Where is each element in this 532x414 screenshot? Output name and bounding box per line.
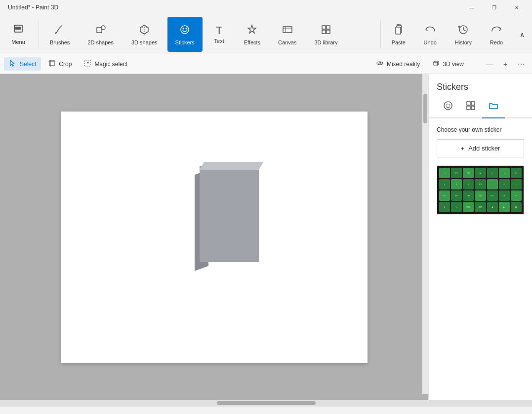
redo-button[interactable]: Redo [482, 17, 511, 52]
add-sticker-plus-icon: + [461, 145, 465, 152]
sticker-item[interactable]: ◁ F1 F10 ▶ ▷ ▸ ⊳ 4 5 6 SFT ↑ ↗ → [437, 165, 524, 215]
svg-marker-24 [434, 62, 438, 65]
select-subtool[interactable]: Select [4, 57, 41, 71]
canvas-icon [282, 24, 293, 38]
magic-select-label: Magic select [94, 61, 127, 68]
key-cell: ✦ [511, 190, 522, 201]
shape-front-face [200, 166, 259, 262]
svg-rect-12 [327, 26, 330, 29]
zoom-out-button[interactable]: — [483, 57, 496, 71]
sticker-section-label: Choose your own sticker [437, 126, 524, 133]
mixed-reality-subtool[interactable]: Mixed reality [371, 57, 425, 71]
stickers-button[interactable]: Stickers [167, 17, 203, 52]
3dview-subtool[interactable]: 3D view [427, 57, 469, 71]
statusbar [0, 406, 532, 414]
svg-point-28 [449, 104, 450, 105]
brushes-button[interactable]: Brushes [42, 17, 78, 52]
crop-subtool[interactable]: Crop [43, 57, 77, 71]
3dlibrary-icon [320, 24, 332, 38]
magic-select-icon [83, 59, 91, 69]
brushes-label: Brushes [50, 39, 70, 45]
paste-label: Paste [392, 39, 406, 45]
key-cell: SFT [475, 179, 486, 189]
sticker-keyboard-image: ◁ F1 F10 ▶ ▷ ▸ ⊳ 4 5 6 SFT ↑ ↗ → [437, 166, 524, 214]
redo-icon [491, 24, 502, 38]
text-button[interactable]: T Text [205, 17, 234, 52]
stickers-label: Stickers [175, 39, 195, 45]
emoji-icon [443, 100, 453, 111]
app-title: Untitled* - Paint 3D [8, 4, 58, 11]
mixed-reality-label: Mixed reality [387, 61, 420, 68]
magic-select-subtool[interactable]: Magic select [79, 57, 132, 71]
effects-button[interactable]: Effects [236, 17, 268, 52]
collapse-button[interactable]: ∧ [513, 17, 531, 52]
history-icon [457, 24, 469, 38]
panel-title: Stickers [429, 74, 532, 96]
zoom-in-button[interactable]: + [498, 57, 512, 71]
maximize-button[interactable]: ❐ [483, 0, 505, 15]
svg-rect-30 [471, 102, 475, 105]
vertical-scroll-thumb [423, 94, 427, 123]
brushes-icon [54, 24, 66, 38]
3dshapes-label: 3D shapes [131, 39, 158, 45]
select-icon [9, 59, 17, 69]
svg-point-6 [186, 28, 187, 29]
key-cell: F1 [451, 168, 462, 178]
titlebar: Untitled* - Paint 3D — ❐ ✕ [0, 0, 532, 15]
folder-icon [488, 100, 499, 111]
key-cell: ▸ [499, 168, 510, 178]
key-cell: CTL [463, 202, 474, 212]
key-cell: INF [451, 190, 462, 201]
main-toolbar: Menu Brushes 2D shapes [0, 15, 532, 54]
sticker-gallery: ◁ F1 F10 ▶ ▷ ▸ ⊳ 4 5 6 SFT ↑ ↗ → [437, 165, 524, 215]
2dshapes-button[interactable]: 2D shapes [80, 17, 122, 52]
toolbar-sep-2 [380, 21, 381, 48]
svg-point-4 [181, 26, 189, 34]
text-icon: T [216, 25, 222, 36]
text-label: Text [214, 38, 224, 44]
svg-point-23 [379, 62, 381, 64]
paste-icon [393, 24, 405, 38]
key-cell: NXT [439, 190, 450, 201]
svg-rect-32 [471, 106, 475, 110]
crop-icon [48, 59, 56, 69]
svg-point-27 [446, 104, 447, 105]
menu-label: Menu [11, 39, 25, 45]
svg-rect-16 [396, 27, 401, 34]
add-sticker-label: Add sticker [468, 145, 500, 152]
key-cell: 5 [451, 179, 462, 189]
key-cell: 4 [439, 179, 450, 189]
tab-emoji[interactable] [437, 96, 459, 118]
undo-label: Undo [424, 39, 437, 45]
3dlibrary-button[interactable]: 3D library [306, 17, 345, 52]
tab-grid[interactable] [459, 96, 482, 118]
close-button[interactable]: ✕ [505, 0, 528, 15]
key-cell: 2 [439, 202, 450, 212]
canvas-area[interactable] [0, 74, 428, 400]
undo-button[interactable]: Undo [415, 17, 445, 52]
paste-button[interactable]: Paste [384, 17, 413, 52]
key-cell: INS [475, 190, 486, 201]
horizontal-scrollbar[interactable] [0, 400, 532, 406]
3dview-icon [432, 59, 440, 69]
key-cell: TAB [463, 190, 474, 201]
svg-rect-31 [467, 106, 470, 110]
history-label: History [455, 39, 472, 45]
history-button[interactable]: History [447, 17, 480, 52]
vertical-scrollbar[interactable] [422, 74, 428, 394]
canvas-button[interactable]: Canvas [270, 17, 304, 52]
tab-folder[interactable] [482, 96, 505, 118]
add-sticker-button[interactable]: + Add sticker [437, 139, 524, 157]
key-cell: ALT [475, 202, 486, 212]
svg-marker-25 [434, 61, 439, 65]
3dshapes-button[interactable]: 3D shapes [123, 17, 165, 52]
menu-button[interactable]: Menu [1, 17, 36, 52]
svg-marker-7 [248, 25, 256, 33]
key-cell: → [511, 179, 522, 189]
key-cell: ▶ [475, 168, 486, 178]
key-cell: 6 [463, 179, 474, 189]
more-options-button[interactable]: ⋯ [514, 57, 528, 71]
menu-icon [13, 24, 24, 37]
minimize-button[interactable]: — [460, 0, 483, 15]
svg-rect-13 [322, 30, 326, 34]
